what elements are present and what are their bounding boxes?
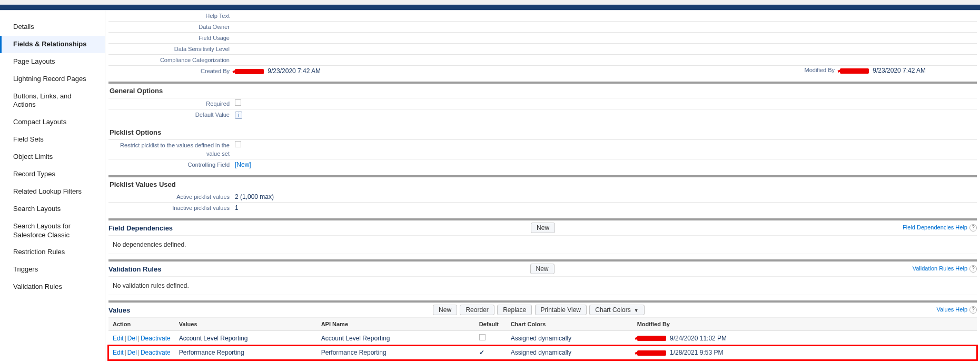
edit-link[interactable]: Edit (113, 349, 124, 356)
sidebar-item-search-layouts[interactable]: Search Layouts (0, 200, 105, 218)
values-table: Action Values API Name Default Chart Col… (108, 318, 977, 360)
field-label: Field Usage (108, 34, 235, 42)
row-modified-by: 9/24/2020 11:02 PM (633, 331, 977, 346)
validation-rules-new-button[interactable]: New (530, 264, 555, 274)
field-value (235, 34, 977, 42)
object-manager-sidebar: DetailsFields & RelationshipsPage Layout… (0, 11, 105, 362)
redacted-user-icon (637, 350, 666, 356)
values-header-api: API Name (317, 318, 475, 331)
row-chart-colors: Assigned dynamically (507, 331, 633, 346)
table-row: Edit|Del|DeactivateAccount Level Reporti… (108, 331, 977, 346)
controlling-field-label: Controlling Field (108, 160, 235, 169)
row-default: ✓ (475, 346, 507, 360)
row-actions: Edit|Del|Deactivate (108, 331, 175, 346)
picklist-values-used-title: Picklist Values Used (108, 177, 977, 192)
values-header-default: Default (475, 318, 507, 331)
inactive-picklist-value: 1 (235, 204, 977, 212)
values-header-action: Action (108, 318, 175, 331)
controlling-field-new-link[interactable]: [New] (235, 161, 251, 168)
row-api-name: Account Level Reporting (317, 331, 475, 346)
table-row: Edit|Del|DeactivatePerformance Reporting… (108, 346, 977, 360)
help-icon[interactable]: ? (969, 265, 977, 273)
sidebar-item-validation-rules[interactable]: Validation Rules (0, 278, 105, 296)
inactive-picklist-label: Inactive picklist values (108, 204, 235, 212)
row-default (475, 331, 507, 346)
default-checkbox (479, 334, 486, 340)
sidebar-item-lightning-record-pages[interactable]: Lightning Record Pages (0, 71, 105, 88)
required-checkbox (235, 99, 241, 106)
active-picklist-value: 2 (1,000 max) (235, 193, 977, 201)
created-by-date: 9/23/2020 7:42 AM (268, 67, 321, 75)
sidebar-item-fields-relationships[interactable]: Fields & Relationships (0, 36, 105, 53)
redacted-user-icon (637, 336, 666, 341)
row-api-name: Performance Reporting (317, 346, 475, 360)
general-options-title: General Options (108, 84, 977, 98)
sidebar-item-restriction-rules[interactable]: Restriction Rules (0, 244, 105, 261)
modified-by-date: 9/23/2020 7:42 AM (873, 67, 926, 74)
help-icon[interactable]: ? (969, 306, 977, 314)
values-chart-colors-button[interactable]: Chart Colors▼ (589, 305, 644, 315)
field-value (235, 56, 977, 64)
values-replace-button[interactable]: Replace (497, 305, 532, 315)
row-value: Account Level Reporting (175, 331, 317, 346)
row-chart-colors: Assigned dynamically (507, 346, 633, 360)
top-brand-band (0, 4, 980, 11)
help-icon[interactable]: ? (969, 224, 977, 232)
validation-rules-title: Validation Rules (108, 265, 172, 273)
check-icon: ✓ (479, 349, 484, 356)
field-dependencies-body: No dependencies defined. (108, 236, 977, 254)
active-picklist-label: Active picklist values (108, 193, 235, 201)
sidebar-item-related-lookup-filters[interactable]: Related Lookup Filters (0, 183, 105, 200)
values-header-values: Values (175, 318, 317, 331)
field-label: Data Sensitivity Level (108, 45, 235, 53)
picklist-options-title: Picklist Options (108, 125, 977, 139)
deactivate-link[interactable]: Deactivate (141, 349, 171, 356)
sidebar-item-buttons-links-and-actions[interactable]: Buttons, Links, and Actions (0, 88, 105, 114)
sidebar-item-compact-layouts[interactable]: Compact Layouts (0, 114, 105, 131)
row-value: Performance Reporting (175, 346, 317, 360)
sidebar-item-field-sets[interactable]: Field Sets (0, 131, 105, 148)
field-label: Data Owner (108, 23, 235, 31)
modified-by-value: 9/23/2020 7:42 AM (840, 67, 977, 75)
del-link[interactable]: Del (127, 349, 137, 356)
redacted-user-icon (840, 68, 869, 74)
values-header-modified: Modified By (633, 318, 977, 331)
values-printable-view-button[interactable]: Printable View (535, 305, 587, 315)
field-label: Help Text (108, 12, 235, 20)
field-label: Compliance Categorization (108, 56, 235, 64)
restrict-picklist-checkbox (235, 141, 241, 147)
values-header-colors: Chart Colors (507, 318, 633, 331)
modified-by-label: Modified By (777, 67, 840, 75)
del-link[interactable]: Del (127, 335, 137, 342)
validation-rules-body: No validation rules defined. (108, 277, 977, 295)
validation-rules-help-link[interactable]: Validation Rules Help (913, 265, 967, 272)
caret-down-icon: ▼ (634, 308, 639, 313)
field-value (235, 45, 977, 53)
default-value-label: Default Value (108, 110, 235, 119)
field-value (235, 23, 977, 31)
created-by-label: Created By (108, 67, 235, 75)
values-title: Values (108, 306, 141, 314)
values-help-link[interactable]: Values Help (937, 306, 968, 313)
row-modified-by: 1/28/2021 9:53 PM (633, 346, 977, 360)
sidebar-item-triggers[interactable]: Triggers (0, 261, 105, 278)
sidebar-item-page-layouts[interactable]: Page Layouts (0, 53, 105, 71)
info-icon[interactable]: i (235, 112, 242, 119)
row-actions: Edit|Del|Deactivate (108, 346, 175, 360)
edit-link[interactable]: Edit (113, 335, 124, 342)
deactivate-link[interactable]: Deactivate (141, 335, 171, 342)
sidebar-item-details[interactable]: Details (0, 18, 105, 36)
field-dependencies-new-button[interactable]: New (531, 223, 555, 233)
values-new-button[interactable]: New (433, 305, 457, 315)
sidebar-item-record-types[interactable]: Record Types (0, 166, 105, 183)
restrict-picklist-label: Restrict picklist to the values defined … (108, 141, 235, 158)
sidebar-item-object-limits[interactable]: Object Limits (0, 148, 105, 166)
field-dependencies-title: Field Dependencies (108, 224, 183, 232)
redacted-user-icon (235, 69, 264, 74)
field-detail-main: Help TextData OwnerField UsageData Sensi… (105, 11, 980, 362)
field-dependencies-help-link[interactable]: Field Dependencies Help (903, 224, 967, 230)
required-label: Required (108, 99, 235, 108)
field-value (235, 12, 977, 20)
values-reorder-button[interactable]: Reorder (460, 305, 494, 315)
sidebar-item-search-layouts-for-salesforce-classic[interactable]: Search Layouts for Salesforce Classic (0, 218, 105, 244)
